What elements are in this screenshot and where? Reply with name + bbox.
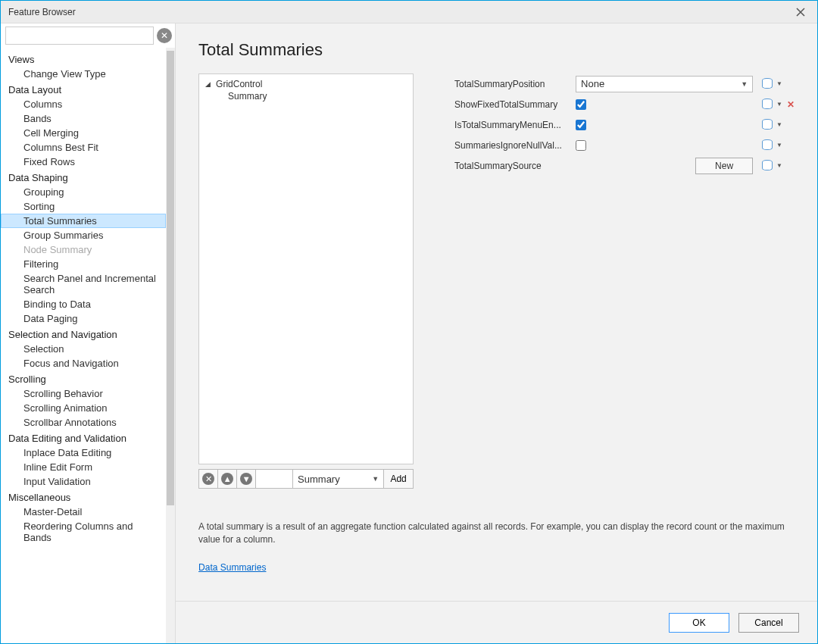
sidebar-item[interactable]: Inline Edit Form: [1, 460, 166, 474]
sidebar-item[interactable]: Group Summaries: [1, 228, 166, 242]
database-icon[interactable]: [762, 160, 773, 172]
property-label: ShowFixedTotalSummary: [454, 99, 570, 110]
sidebar-item[interactable]: Change View Type: [1, 67, 166, 81]
move-down-button[interactable]: ▼: [236, 469, 256, 489]
ok-button[interactable]: OK: [669, 613, 729, 633]
sidebar-item[interactable]: Data Paging: [1, 311, 166, 326]
sidebar-item[interactable]: Inplace Data Editing: [1, 445, 166, 460]
control-tree[interactable]: ◢ GridControl Summary: [198, 73, 414, 464]
sidebar-item[interactable]: Columns: [1, 97, 166, 111]
sidebar-category[interactable]: Miscellaneous: [1, 489, 166, 505]
property-grid: TotalSummaryPositionNone▼▼ShowFixedTotal…: [454, 73, 795, 489]
property-value: None▼: [576, 76, 753, 92]
sidebar-item[interactable]: Filtering: [1, 257, 166, 271]
sidebar-item[interactable]: Bands: [1, 111, 166, 126]
property-label: SummariesIgnoreNullVal...: [454, 140, 570, 151]
sidebar-category[interactable]: Scrolling: [1, 370, 166, 386]
database-icon[interactable]: [762, 78, 773, 90]
sidebar-item[interactable]: Fixed Rows: [1, 155, 166, 169]
sidebar-item[interactable]: Scrolling Behavior: [1, 386, 166, 401]
property-value: [576, 120, 753, 130]
property-value: [576, 99, 753, 110]
toolbar-field[interactable]: [255, 469, 293, 489]
sidebar-item[interactable]: Grouping: [1, 185, 166, 199]
sidebar-item[interactable]: Cell Merging: [1, 126, 166, 140]
data-summaries-link[interactable]: Data Summaries: [198, 562, 266, 573]
sidebar-category[interactable]: Views: [1, 51, 166, 67]
property-label: IsTotalSummaryMenuEn...: [454, 120, 570, 130]
database-icon[interactable]: [762, 119, 773, 131]
sidebar-item[interactable]: Input Validation: [1, 474, 166, 489]
toolbar-type-dropdown[interactable]: Summary ▼: [292, 469, 384, 489]
sidebar-item[interactable]: Binding to Data: [1, 297, 166, 311]
property-label: TotalSummaryPosition: [454, 79, 570, 89]
collapse-icon[interactable]: ◢: [205, 80, 213, 88]
database-icon[interactable]: [762, 98, 773, 111]
chevron-down-icon: ▼: [372, 475, 379, 483]
sidebar-item[interactable]: Reordering Columns and Bands: [1, 519, 166, 545]
titlebar: Feature Browser: [1, 1, 817, 23]
property-row: TotalSummarySourceNew▼: [454, 155, 795, 176]
sidebar-item[interactable]: Columns Best Fit: [1, 140, 166, 155]
property-checkbox[interactable]: [576, 120, 586, 130]
sidebar: ✕ ViewsChange View TypeData LayoutColumn…: [1, 23, 176, 643]
summary-toolbar: ✕ ▲ ▼ Summary ▼ Add: [198, 469, 414, 489]
feature-description: A total summary is a result of an aggreg…: [198, 521, 795, 546]
sidebar-item[interactable]: Scrollbar Annotations: [1, 415, 166, 430]
sidebar-item[interactable]: Scrolling Animation: [1, 401, 166, 415]
search-input[interactable]: [5, 27, 154, 45]
window-title: Feature Browser: [8, 7, 791, 17]
main-panel: Total Summaries ◢ GridControl Summary: [176, 23, 817, 643]
tree-node-child[interactable]: Summary: [205, 91, 407, 102]
property-row: SummariesIgnoreNullVal...▼: [454, 135, 795, 155]
close-icon[interactable]: [791, 3, 810, 21]
sidebar-category[interactable]: Data Shaping: [1, 169, 166, 185]
page-title: Total Summaries: [198, 40, 795, 60]
sidebar-scrollbar-thumb[interactable]: [167, 51, 174, 505]
property-value: New: [576, 158, 753, 174]
property-row: IsTotalSummaryMenuEn...▼: [454, 114, 795, 135]
remove-button[interactable]: ✕: [198, 469, 218, 489]
property-checkbox[interactable]: [576, 140, 586, 151]
property-row: TotalSummaryPositionNone▼▼: [454, 73, 795, 94]
sidebar-item[interactable]: Selection: [1, 342, 166, 356]
feature-browser-window: Feature Browser ✕ ViewsChange View TypeD…: [0, 0, 818, 644]
new-button[interactable]: New: [695, 158, 753, 174]
sidebar-item[interactable]: Total Summaries: [1, 214, 166, 228]
sidebar-category[interactable]: Data Layout: [1, 81, 166, 97]
sidebar-item: Node Summary: [1, 242, 166, 257]
feature-tree[interactable]: ViewsChange View TypeData LayoutColumnsB…: [1, 48, 166, 643]
sidebar-category[interactable]: Selection and Navigation: [1, 326, 166, 342]
database-icon[interactable]: [762, 139, 773, 152]
chevron-down-icon[interactable]: ▼: [776, 80, 782, 87]
sidebar-item[interactable]: Focus and Navigation: [1, 356, 166, 370]
chevron-down-icon[interactable]: ▼: [776, 101, 782, 108]
chevron-down-icon[interactable]: ▼: [776, 121, 782, 128]
tree-node-root[interactable]: ◢ GridControl: [205, 79, 407, 89]
sidebar-item[interactable]: Master-Detail: [1, 505, 166, 519]
property-row: ShowFixedTotalSummary▼✕: [454, 94, 795, 114]
chevron-down-icon[interactable]: ▼: [776, 162, 782, 169]
property-value: [576, 140, 753, 151]
clear-search-icon[interactable]: ✕: [157, 28, 172, 43]
property-label: TotalSummarySource: [454, 161, 570, 171]
sidebar-category[interactable]: Data Editing and Validation: [1, 430, 166, 445]
dialog-footer: OK Cancel: [176, 601, 817, 643]
reset-icon[interactable]: ✕: [787, 99, 795, 110]
add-button[interactable]: Add: [383, 469, 414, 489]
sidebar-item[interactable]: Search Panel and Incremental Search: [1, 271, 166, 297]
sidebar-scrollbar[interactable]: [166, 48, 175, 643]
chevron-down-icon[interactable]: ▼: [776, 142, 782, 148]
cancel-button[interactable]: Cancel: [738, 613, 799, 633]
move-up-button[interactable]: ▲: [217, 469, 237, 489]
property-dropdown[interactable]: None▼: [576, 76, 753, 92]
property-checkbox[interactable]: [576, 99, 586, 110]
sidebar-item[interactable]: Sorting: [1, 199, 166, 214]
